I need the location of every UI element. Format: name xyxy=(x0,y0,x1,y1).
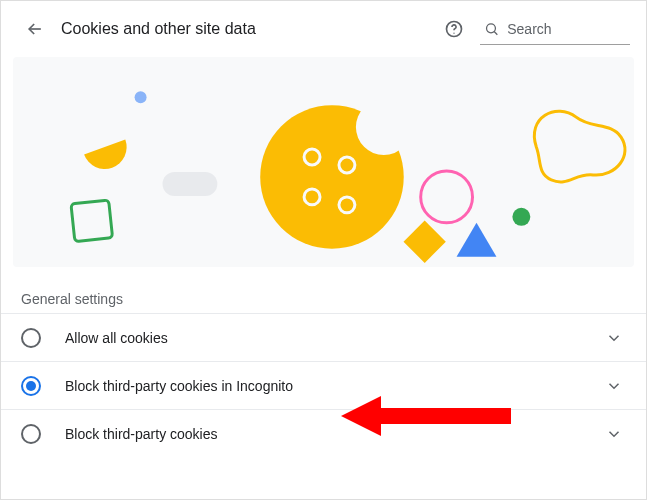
chevron-down-icon xyxy=(605,425,623,443)
hero-illustration xyxy=(13,57,634,267)
back-arrow-icon xyxy=(25,19,45,39)
chevron-down-icon xyxy=(605,377,623,395)
radio-allow-all-cookies[interactable] xyxy=(21,328,41,348)
radio-block-third-party[interactable] xyxy=(21,424,41,444)
svg-rect-13 xyxy=(404,221,446,263)
settings-header: Cookies and other site data xyxy=(1,1,646,57)
option-label: Block third-party cookies xyxy=(65,426,602,442)
svg-rect-4 xyxy=(163,172,218,196)
option-allow-all-cookies[interactable]: Allow all cookies xyxy=(1,313,646,361)
cookies-illustration xyxy=(13,57,634,267)
search-input[interactable] xyxy=(505,20,626,38)
svg-point-14 xyxy=(512,208,530,226)
option-block-third-party-incognito[interactable]: Block third-party cookies in Incognito xyxy=(1,361,646,409)
expand-button[interactable] xyxy=(602,422,626,446)
page-title: Cookies and other site data xyxy=(61,20,256,38)
svg-point-1 xyxy=(453,33,454,34)
svg-point-12 xyxy=(421,171,473,223)
expand-button[interactable] xyxy=(602,326,626,350)
radio-block-third-party-incognito[interactable] xyxy=(21,376,41,396)
chevron-down-icon xyxy=(605,329,623,347)
back-button[interactable] xyxy=(17,11,53,47)
svg-rect-5 xyxy=(71,200,113,242)
help-button[interactable] xyxy=(436,11,472,47)
expand-button[interactable] xyxy=(602,374,626,398)
svg-point-7 xyxy=(356,99,412,155)
svg-point-3 xyxy=(135,91,147,103)
svg-point-2 xyxy=(487,23,496,32)
option-block-third-party[interactable]: Block third-party cookies xyxy=(1,409,646,457)
option-label: Allow all cookies xyxy=(65,330,602,346)
section-label-general: General settings xyxy=(21,291,626,307)
help-icon xyxy=(444,19,464,39)
search-icon xyxy=(484,20,499,38)
search-field[interactable] xyxy=(480,13,630,45)
option-label: Block third-party cookies in Incognito xyxy=(65,378,602,394)
